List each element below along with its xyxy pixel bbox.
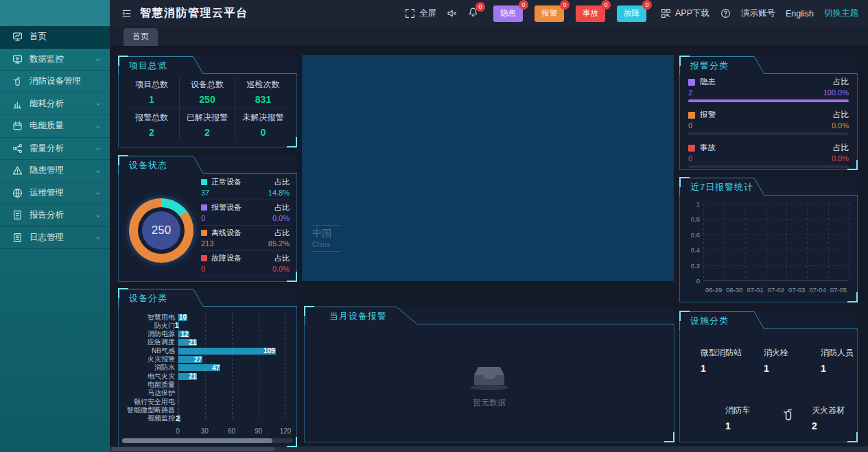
tab-home[interactable]: 首页 (124, 28, 158, 46)
bar-value: 27 (194, 356, 203, 364)
legend-swatch (688, 112, 695, 119)
sidebar-item-首页[interactable]: 首页 (0, 26, 110, 49)
stat-value: 1 (149, 94, 154, 105)
panel-border (296, 74, 297, 147)
alarm-value: 0 (688, 154, 692, 163)
x-tick-label: 07-04 (807, 286, 828, 294)
bar-row-应急调度: 应急调度21 (124, 339, 285, 346)
ratio-label: 占比 (274, 177, 290, 187)
sidebar-item-隐患管理[interactable]: 隐患管理 (0, 160, 110, 182)
dashboard: 项目总览 项目总数1设备总数250巡检次数831报警总数2已解决报警2未解决报警… (110, 47, 868, 452)
chip-count-badge: 0 (601, 0, 611, 10)
bar-row-智能微型断路器: 智能微型断路器 (124, 407, 285, 414)
legend-value: 37 (201, 189, 209, 197)
facility-item-消火栓: 消火栓1 (764, 347, 788, 374)
gridline-h (703, 235, 849, 235)
fullscreen-icon (405, 8, 416, 19)
x-tick-label: 06-29 (703, 286, 724, 294)
panel-border (857, 74, 858, 169)
legend-swatch (201, 179, 207, 185)
stat-label: 已解决报警 (187, 112, 228, 123)
stat-label: 项目总数 (135, 79, 168, 91)
collapse-menu-icon[interactable] (121, 8, 132, 19)
sidebar-item-label: 消防设备管理 (30, 75, 81, 87)
bar-row-智慧用电: 智慧用电10 (124, 313, 285, 321)
sidebar-item-日志管理[interactable]: 日志管理 (0, 227, 110, 250)
bar-value: 10 (179, 313, 188, 321)
bar-row-消防电源: 消防电源12 (124, 331, 285, 338)
fullscreen-button[interactable]: 全屏 (405, 8, 436, 19)
legend-name: 故障设备 (211, 253, 242, 263)
map-country-cn: 中国 (312, 228, 340, 240)
stat-label: 巡检次数 (247, 79, 280, 91)
theme-switch-button[interactable]: 切换主题 (824, 8, 858, 19)
power-quality-icon (12, 121, 23, 131)
bar-value: 47 (212, 364, 221, 372)
alarm-row-报警: 报警占比00.0% (688, 110, 849, 135)
project-overview-grid: 项目总数1设备总数250巡检次数831报警总数2已解决报警2未解决报警0 (124, 75, 291, 141)
alarm-value: 0 (688, 121, 692, 130)
bar-row-电气火灾: 电气火灾21 (124, 372, 285, 380)
sidebar-item-label: 需量分析 (30, 143, 64, 154)
panel-scrollbar-thumb[interactable] (122, 438, 272, 443)
stat-label: 未解决报警 (243, 112, 284, 123)
sidebar-item-消防设备管理[interactable]: 消防设备管理 (0, 71, 110, 93)
sidebar-item-数据监控[interactable]: 数据监控 (0, 49, 110, 71)
panel-title: 设备分类 (129, 292, 167, 305)
demand-share-icon (12, 143, 23, 154)
china-map-canvas[interactable]: 中国 China (302, 55, 674, 281)
app-download-button[interactable]: APP下载 (661, 8, 709, 19)
panel-title: 设施分类 (690, 315, 729, 327)
bar-row-火灾报警: 火灾报警27 (124, 356, 285, 364)
sidebar: 首页数据监控消防设备管理能耗分析电能质量需量分析隐患管理运维管理报告分析日志管理 (0, 0, 110, 452)
energy-chart-icon (12, 99, 23, 109)
language-button[interactable]: English (786, 9, 814, 19)
gridline-v (786, 204, 787, 281)
sidebar-item-运维管理[interactable]: 运维管理 (0, 182, 110, 205)
alarm-name: 事故 (700, 143, 716, 153)
help-icon[interactable] (720, 8, 731, 19)
bar-row-银行安全用电: 银行安全用电 (124, 398, 285, 405)
panel-alarm-week: 近7日报警统计 00.20.40.60.81 06-2906-3007-0107… (679, 178, 857, 302)
dashboard-icon (12, 32, 23, 42)
donut-total: 250 (142, 211, 180, 250)
sidebar-item-报告分析[interactable]: 报告分析 (0, 204, 110, 227)
horizontal-scrollbar-thumb[interactable] (111, 447, 274, 451)
sidebar-item-电能质量[interactable]: 电能质量 (0, 115, 110, 138)
bell-badge: 0 (476, 2, 485, 12)
gridline-v (703, 204, 704, 281)
stat-设备总数: 设备总数250 (180, 75, 235, 108)
mute-icon[interactable] (447, 8, 458, 19)
app-download-label: APP下载 (675, 8, 709, 19)
account-button[interactable]: 演示账号 (741, 8, 775, 19)
alarm-chips: 隐患0报警0事故0故障0 (493, 5, 646, 22)
alarm-chip-故障[interactable]: 故障0 (617, 5, 646, 22)
sidebar-item-label: 隐患管理 (30, 165, 64, 176)
legend-percent: 85.2% (268, 239, 290, 248)
line-chart-x-axis: 06-2906-3007-0107-0207-0307-0407-05 (703, 286, 849, 294)
sidebar-item-需量分析[interactable]: 需量分析 (0, 138, 110, 160)
alarm-chip-事故[interactable]: 事故0 (576, 5, 605, 22)
alarm-progress-fill (688, 99, 849, 102)
legend-row-故障设备: 故障设备占比00.0% (201, 251, 290, 276)
facility-label: 消防人员 (821, 347, 854, 359)
y-tick-label: 0.8 (691, 215, 703, 223)
device-status-donut-chart: 250 (129, 198, 193, 263)
sidebar-item-能耗分析[interactable]: 能耗分析 (0, 93, 110, 116)
qr-code-icon (661, 8, 672, 19)
sidebar-item-label: 电能质量 (30, 120, 64, 132)
bar-row-视频监控: 视频监控2 (124, 415, 285, 423)
alarm-chip-报警[interactable]: 报警0 (535, 5, 564, 22)
legend-swatch (201, 230, 207, 236)
alarm-chip-隐患[interactable]: 隐患0 (493, 5, 523, 22)
panel-device-category: 设备分类 智慧用电10防火门1消防电源12应急调度21NB气感109火灾报警27… (118, 289, 296, 447)
bar-row-马达保护: 马达保护 (124, 390, 285, 397)
stat-未解决报警: 未解决报警0 (235, 108, 291, 141)
panel-border (857, 329, 858, 442)
notification-bell[interactable]: 0 (468, 7, 479, 21)
legend-swatch (688, 79, 695, 86)
facility-value: 1 (764, 363, 788, 374)
ratio-label: 占比 (274, 253, 290, 263)
stat-value: 2 (204, 127, 210, 138)
gridline-v (745, 204, 746, 281)
